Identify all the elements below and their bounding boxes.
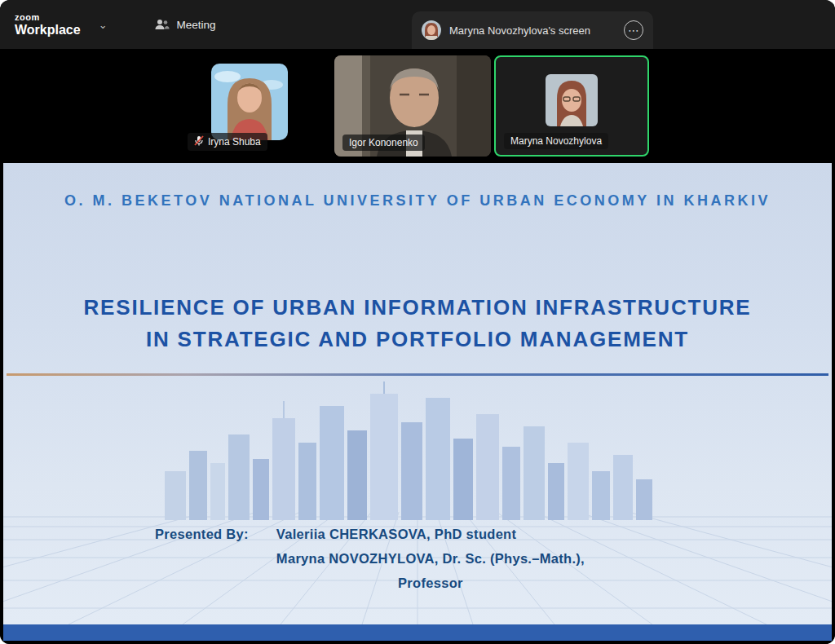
participant-name-pill: Maryna Novozhylova: [504, 133, 608, 149]
divider-line: [7, 373, 828, 376]
university-name: O. M. BEKETOV NATIONAL UNIVERSITY OF URB…: [3, 192, 832, 210]
shared-screen-area: O. M. BEKETOV NATIONAL UNIVERSITY OF URB…: [0, 163, 835, 644]
people-icon: [155, 19, 170, 30]
logo-workplace-text: Workplace: [15, 24, 81, 37]
zoom-workplace-logo: zoom Workplace ⌄: [15, 13, 108, 37]
logo-zoom-text: zoom: [15, 13, 81, 22]
participant-name: Igor Kononenko: [349, 137, 418, 148]
titlebar: zoom Workplace ⌄ Meeting: [0, 0, 835, 49]
chevron-down-icon[interactable]: ⌄: [99, 19, 108, 31]
presenter-1: Valeriia CHERKASOVA, PhD student: [276, 527, 585, 542]
tab-shared-screen-label: Maryna Novozhylova's screen: [449, 24, 616, 37]
presentation-slide: O. M. BEKETOV NATIONAL UNIVERSITY OF URB…: [3, 163, 832, 624]
participant-tile-iryna-shuba[interactable]: Iryna Shuba: [170, 55, 329, 157]
participant-name-pill: Igor Kononenko: [342, 135, 425, 151]
participant-name-pill: Iryna Shuba: [188, 133, 267, 151]
mic-muted-icon: [194, 135, 204, 148]
presenter-2-line1: Maryna NOVOZHYLOVA, Dr. Sc. (Phys.–Math.…: [276, 551, 585, 567]
maryna-novozhylova-avatar: [546, 74, 598, 126]
participant-name: Maryna Novozhylova: [510, 135, 602, 147]
more-options-button[interactable]: ⋯: [624, 20, 643, 40]
tab-shared-screen[interactable]: Maryna Novozhylova's screen ⋯: [412, 11, 653, 49]
video-strip: Iryna Shuba Igor Kononenko: [0, 49, 835, 163]
participant-tile-maryna-novozhylova[interactable]: Maryna Novozhylova: [494, 55, 649, 157]
iryna-shuba-avatar: [211, 64, 288, 140]
participant-name: Iryna Shuba: [208, 136, 261, 148]
zoom-window: zoom Workplace ⌄ Meeting: [0, 0, 835, 644]
tab-avatar: [422, 20, 441, 40]
presented-by-block: Presented By: Valeriia CHERKASOVA, PhD s…: [155, 527, 585, 591]
presenter-2-line2: Professor: [276, 576, 585, 591]
participant-tile-igor-kononenko[interactable]: Igor Kononenko: [334, 55, 491, 157]
city-skyline-illustration: [165, 382, 670, 520]
slide-bottom-bar: [3, 624, 832, 641]
tab-meeting-label: Meeting: [177, 19, 216, 31]
presented-by-label: Presented By:: [155, 527, 249, 591]
tab-meeting[interactable]: Meeting: [155, 19, 216, 31]
slide-title: RESILIENCE OF URBAN INFORMATION INFRASTR…: [3, 292, 832, 355]
slide-title-line2: IN STRATEGIC AND PORTFOLIO MANAGEMENT: [3, 324, 832, 355]
slide-title-line1: RESILIENCE OF URBAN INFORMATION INFRASTR…: [3, 292, 832, 324]
